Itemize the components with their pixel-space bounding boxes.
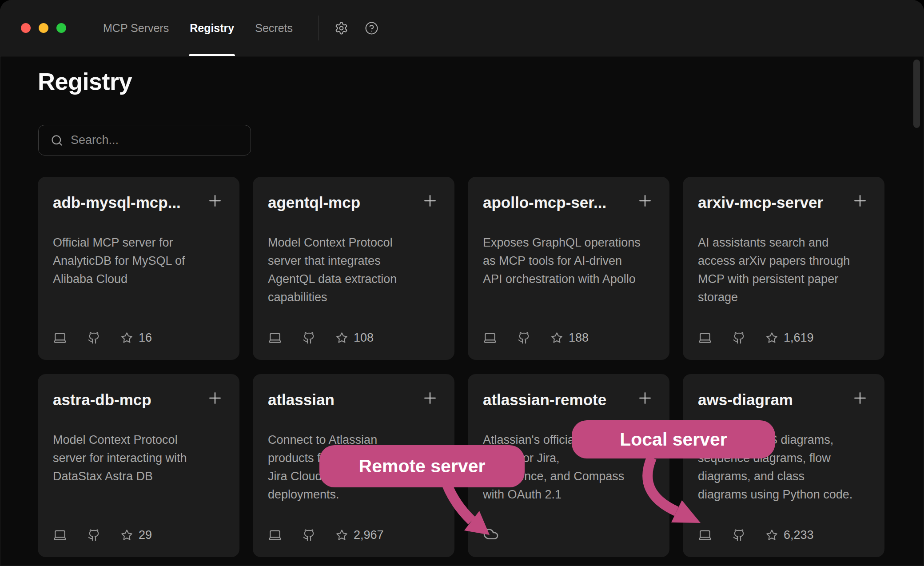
add-server-button[interactable]	[206, 389, 224, 408]
server-name: atlassian-remote	[483, 391, 606, 409]
star-count: 188	[551, 331, 589, 345]
server-description: Model Context Protocolserver that integr…	[268, 234, 439, 307]
github-icon[interactable]	[733, 529, 745, 542]
card-header: aws-diagram	[698, 389, 869, 409]
star-icon	[766, 332, 778, 344]
server-description: Connect to Atlassianproducts for bothJir…	[268, 431, 439, 504]
help-icon	[365, 21, 378, 35]
server-name: astra-db-mcp	[53, 391, 151, 409]
github-icon[interactable]	[88, 331, 100, 344]
add-server-button[interactable]	[421, 389, 439, 408]
server-name: adb-mysql-mcp...	[53, 194, 181, 211]
help-button[interactable]	[361, 18, 382, 38]
github-icon[interactable]	[88, 529, 100, 542]
registry-grid: adb-mysql-mcp... Official MCP server for…	[38, 177, 886, 557]
settings-button[interactable]	[331, 18, 351, 38]
traffic-lights	[21, 23, 66, 33]
server-description: Exposes GraphQL operationsas MCP tools f…	[483, 234, 654, 288]
card-footer: 108	[268, 331, 439, 345]
tab-mcp-servers[interactable]: MCP Servers	[103, 0, 169, 56]
server-name: agentql-mcp	[268, 194, 360, 211]
minimize-button[interactable]	[39, 23, 48, 33]
laptop-icon	[53, 331, 67, 345]
star-icon	[336, 332, 348, 344]
add-server-button[interactable]	[851, 389, 869, 408]
cloud-icon	[483, 526, 499, 542]
star-icon	[121, 332, 133, 344]
plus-icon	[851, 389, 869, 407]
laptop-icon	[53, 528, 67, 542]
titlebar: MCP Servers Registry Secrets	[0, 0, 924, 56]
laptop-icon	[483, 331, 497, 345]
search-icon	[51, 134, 63, 147]
add-server-button[interactable]	[636, 192, 654, 211]
github-icon[interactable]	[303, 331, 315, 344]
card-footer	[483, 526, 654, 542]
search-box[interactable]	[38, 125, 251, 155]
card-footer: 6,233	[698, 528, 869, 542]
star-count: 1,619	[766, 331, 814, 345]
card-header: apollo-mcp-ser...	[483, 192, 654, 211]
card-header: atlassian	[268, 389, 439, 409]
server-card[interactable]: astra-db-mcp Model Context Protocolserve…	[38, 374, 239, 557]
laptop-icon	[268, 331, 282, 345]
add-server-button[interactable]	[636, 389, 654, 408]
server-description: Model Context Protocolserver for interac…	[53, 431, 224, 486]
card-footer: 188	[483, 331, 654, 345]
server-description: Generate AWS diagrams,sequence diagrams,…	[698, 431, 869, 504]
card-header: adb-mysql-mcp...	[53, 192, 224, 211]
server-name: apollo-mcp-ser...	[483, 194, 606, 211]
zoom-button[interactable]	[56, 23, 66, 33]
card-footer: 29	[53, 528, 224, 542]
card-footer: 2,967	[268, 528, 439, 542]
add-server-button[interactable]	[421, 192, 439, 211]
server-card[interactable]: agentql-mcp Model Context Protocolserver…	[253, 177, 454, 360]
star-count: 6,233	[766, 528, 814, 542]
plus-icon	[636, 389, 654, 407]
card-header: arxiv-mcp-server	[698, 192, 869, 211]
server-card[interactable]: atlassian Connect to Atlassianproducts f…	[253, 374, 454, 557]
search-input[interactable]	[71, 133, 244, 147]
github-icon[interactable]	[303, 529, 315, 542]
server-card[interactable]: atlassian-remote Atlassian's official MC…	[468, 374, 669, 557]
laptop-icon	[268, 528, 282, 542]
add-server-button[interactable]	[206, 192, 224, 211]
github-icon[interactable]	[733, 331, 745, 344]
add-server-button[interactable]	[851, 192, 869, 211]
server-description: Official MCP server forAnalyticDB for My…	[53, 234, 224, 288]
page-title: Registry	[38, 68, 132, 95]
server-name: atlassian	[268, 391, 335, 409]
plus-icon	[421, 389, 439, 407]
tab-registry[interactable]: Registry	[190, 0, 234, 56]
app-window: MCP Servers Registry Secrets Registry ad…	[0, 0, 924, 566]
server-card[interactable]: arxiv-mcp-server AI assistants search an…	[683, 177, 884, 360]
server-description: Atlassian's official MCPserver for Jira,…	[483, 431, 654, 504]
server-name: arxiv-mcp-server	[698, 194, 823, 211]
plus-icon	[421, 192, 439, 210]
server-card[interactable]: apollo-mcp-ser... Exposes GraphQL operat…	[468, 177, 669, 360]
tab-secrets[interactable]: Secrets	[255, 0, 293, 56]
github-icon[interactable]	[518, 331, 530, 344]
server-description: AI assistants search andaccess arXiv pap…	[698, 234, 869, 307]
plus-icon	[636, 192, 654, 210]
star-icon	[336, 529, 348, 541]
star-count: 108	[336, 331, 374, 345]
gear-icon	[335, 21, 348, 35]
server-card[interactable]: aws-diagram Generate AWS diagrams,sequen…	[683, 374, 884, 557]
star-count: 2,967	[336, 528, 384, 542]
scrollbar-thumb[interactable]	[913, 60, 920, 128]
server-name: aws-diagram	[698, 391, 793, 409]
plus-icon	[206, 192, 224, 210]
star-icon	[121, 529, 133, 541]
card-header: astra-db-mcp	[53, 389, 224, 409]
close-button[interactable]	[21, 23, 31, 33]
plus-icon	[851, 192, 869, 210]
card-header: atlassian-remote	[483, 389, 654, 409]
toolbar-divider	[318, 16, 319, 40]
star-icon	[766, 529, 778, 541]
star-icon	[551, 332, 563, 344]
tab-bar: MCP Servers Registry Secrets	[103, 0, 293, 56]
server-card[interactable]: adb-mysql-mcp... Official MCP server for…	[38, 177, 239, 360]
plus-icon	[206, 389, 224, 407]
star-count: 16	[121, 331, 152, 345]
